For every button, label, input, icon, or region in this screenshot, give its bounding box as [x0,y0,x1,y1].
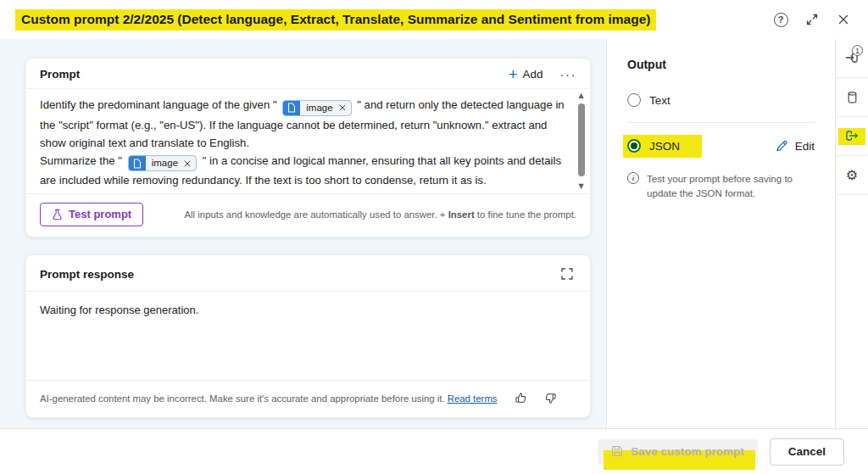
prompt-card-header: Prompt + Add ··· [26,59,590,88]
output-option-json-label: JSON [649,140,680,153]
pencil-icon [776,140,788,153]
info-icon: i [627,172,639,184]
plus-icon: + [509,69,518,81]
edit-json-label: Edit [795,140,815,153]
json-test-note: i Test your prompt before saving to upda… [627,171,815,200]
fullscreen-response-button[interactable] [558,265,576,283]
prompt-paragraph: Identify the predominant language of the… [40,96,565,152]
output-option-json[interactable]: JSON [623,135,702,158]
titlebar-actions: ? [771,10,853,29]
dialog-footer: Save custom prompt Cancel [0,428,868,474]
rail-input-button[interactable]: 1 [836,39,868,78]
prompt-response-card: Prompt response Waiting for response gen… [25,254,591,418]
output-icon [844,129,860,144]
add-button-label: Add [522,68,542,81]
prompt-header-actions: + Add ··· [509,68,576,81]
prompt-hint: All inputs and knowledge are automatical… [184,209,576,220]
rail-data-button[interactable] [836,78,868,117]
radio-unselected-icon[interactable] [627,93,641,107]
expand-dialog-button[interactable] [803,10,821,29]
flask-icon [52,209,63,220]
prompt-paragraph-clipped: Evaluate the sentiment of the "text" and… [40,189,565,193]
test-prompt-button[interactable]: Test prompt [40,203,143,226]
output-options-divider [627,122,815,123]
prompt-card-footer: Test prompt All inputs and knowledge are… [26,193,590,237]
feedback-buttons [515,392,557,404]
more-menu-button[interactable]: ··· [560,71,577,78]
help-button[interactable]: ? [771,10,790,29]
titlebar: Custom prompt 2/2/2025 (Detect language,… [0,0,868,39]
prompt-text: Summarize the " [40,154,125,167]
response-status-text: Waiting for response generation. [40,304,198,316]
settings-icon: ⚙ [846,169,858,182]
thumbs-down-icon [544,392,557,404]
prompt-paragraph: Summarize the " image " in a concise and… [40,152,565,190]
response-header-actions [558,265,576,283]
json-test-note-text: Test your prompt before saving to update… [647,171,815,200]
prompt-scrollbar[interactable]: ▲ ▼ [575,92,587,191]
document-icon [129,155,146,171]
input-count-badge: 1 [852,45,863,56]
icon-rail: 1 ⚙ [835,39,868,428]
thumbs-down-button[interactable] [544,392,557,404]
prompt-card-title: Prompt [40,68,80,81]
output-option-text[interactable]: Text [627,93,815,107]
prompt-text: Evaluate the sentiment of the "text" and… [40,192,559,193]
ai-disclaimer: AI-generated content may be incorrect. M… [40,393,445,404]
read-terms-link[interactable]: Read terms [448,393,498,404]
chip-remove-icon[interactable] [339,104,351,111]
response-card-header: Prompt response [26,255,590,291]
chip-label: image [146,155,184,171]
radio-selected-icon[interactable] [627,139,641,153]
scrollbar-thumb[interactable] [578,103,585,176]
data-icon [846,91,859,104]
scroll-up-icon[interactable]: ▲ [578,92,583,100]
help-icon: ? [774,13,788,27]
thumbs-up-icon [515,392,527,404]
dialog-body: Prompt + Add ··· Identify the predominan… [0,39,868,428]
image-input-chip[interactable]: image [282,100,351,116]
response-body: Waiting for response generation. [26,291,590,380]
response-footer: AI-generated content may be incorrect. M… [26,380,590,417]
output-panel: Output Text JSON Edit i Test your prompt… [606,39,835,428]
output-option-json-row: JSON Edit [627,135,815,158]
save-icon [611,445,623,457]
image-input-chip[interactable]: image [128,155,197,171]
content-area: Prompt + Add ··· Identify the predominan… [0,39,606,428]
rail-settings-button[interactable]: ⚙ [836,156,868,195]
rail-output-button[interactable] [836,117,868,156]
close-button[interactable] [834,10,853,29]
add-button[interactable]: + Add [509,68,543,81]
edit-json-button[interactable]: Edit [776,140,815,153]
custom-prompt-dialog: Custom prompt 2/2/2025 (Detect language,… [0,0,868,474]
page-title: Custom prompt 2/2/2025 (Detect language,… [15,9,656,31]
expand-icon [805,13,819,26]
save-custom-prompt-button[interactable]: Save custom prompt [598,439,758,465]
chip-remove-icon[interactable] [184,160,196,167]
prompt-text: Identify the predominant language of the… [40,98,280,111]
save-button-label: Save custom prompt [631,445,744,458]
fullscreen-corners-icon [561,268,573,280]
output-option-text-label: Text [649,94,670,107]
chip-label: image [300,100,338,116]
prompt-text-editor[interactable]: Identify the predominant language of the… [26,88,590,193]
scroll-down-icon[interactable]: ▼ [578,182,583,191]
document-icon [283,100,300,116]
response-card-title: Prompt response [40,268,134,281]
prompt-card: Prompt + Add ··· Identify the predominan… [25,58,591,237]
output-panel-title: Output [627,58,815,71]
close-icon [837,14,849,25]
thumbs-up-button[interactable] [515,392,527,404]
cancel-button[interactable]: Cancel [770,438,844,466]
test-prompt-label: Test prompt [69,208,131,220]
